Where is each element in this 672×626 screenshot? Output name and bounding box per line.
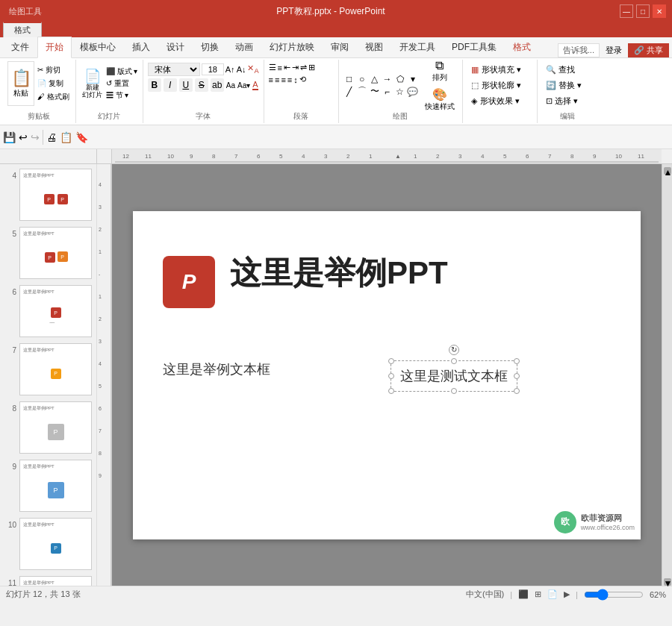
slide-title[interactable]: 这里是举例PPT (230, 252, 448, 294)
slide-thumb-4[interactable]: 4 这里是举例PPT P P (3, 167, 93, 222)
redo-button[interactable]: ↪ (31, 131, 40, 143)
tab-file[interactable]: 文件 (3, 37, 37, 57)
handle-middle-right[interactable] (514, 373, 520, 379)
tab-home[interactable]: 开始 (37, 37, 72, 58)
tell-me-input[interactable]: 告诉我... (558, 43, 600, 57)
undo-button[interactable]: ↩ (19, 131, 28, 143)
callout-shape[interactable]: 💬 (407, 86, 419, 98)
align-center-button[interactable]: ≡ (275, 75, 279, 84)
tab-transitions[interactable]: 切换 (193, 37, 227, 57)
handle-middle-left[interactable] (388, 373, 394, 379)
slide-thumb-9[interactable]: 9 这里是举例PPT P (3, 458, 93, 513)
slide-textbox2-selected[interactable]: ↻ 这里是测试文本框 (391, 360, 517, 392)
reading-view-button[interactable]: 📄 (547, 589, 558, 599)
format-painter-button[interactable]: 🖌 格式刷 (36, 91, 71, 103)
shape-effects-button[interactable]: ◈ 形状效果 ▾ (467, 94, 525, 108)
window-controls[interactable]: — □ ✕ (620, 4, 666, 18)
font-color-button[interactable]: A (252, 80, 258, 90)
copy-button[interactable]: 📄 复制 (36, 78, 71, 90)
close-button[interactable]: ✕ (653, 4, 666, 18)
increase-indent-button[interactable]: ⇥ (292, 63, 299, 72)
new-slide-button[interactable]: 📄 新建幻灯片 (81, 63, 105, 104)
font-spacing-button[interactable]: Aa (226, 81, 235, 90)
rotate-handle[interactable]: ↻ (449, 345, 459, 355)
zoom-slider[interactable] (584, 589, 644, 601)
tab-format[interactable]: 格式 (505, 37, 539, 57)
arc-shape[interactable]: ⌒ (356, 86, 368, 98)
triangle-shape[interactable]: △ (369, 73, 381, 85)
right-scrollbar[interactable]: ▲ ▼ (662, 164, 672, 586)
paste-button[interactable]: 📋 粘贴 (7, 61, 34, 106)
star-shape[interactable]: ☆ (394, 86, 406, 98)
login-button[interactable]: 登录 (606, 45, 622, 56)
tab-developer[interactable]: 开发工具 (391, 37, 444, 57)
handle-bottom-right[interactable] (514, 388, 520, 394)
pentagon-shape[interactable]: ⬠ (394, 73, 406, 85)
handle-bottom-middle[interactable] (451, 388, 457, 394)
arrow-shape[interactable]: → (382, 73, 393, 85)
rect-shape[interactable]: □ (343, 73, 355, 85)
settings-button[interactable]: 🔖 (75, 131, 88, 143)
select-button[interactable]: ⊡ 选择 ▾ (542, 94, 585, 108)
align-right-button[interactable]: ≡ (281, 75, 285, 84)
quick-styles-button[interactable]: 🎨 快速样式 (422, 86, 458, 113)
slide-thumb-10[interactable]: 10 这里是举例PPT P (3, 516, 93, 572)
shape-outline-button[interactable]: ⬚ 形状轮廓 ▾ (467, 78, 525, 93)
cut-button[interactable]: ✂ 剪切 (36, 64, 71, 76)
clear-format-button[interactable]: ✕A (247, 63, 258, 75)
handle-top-right[interactable] (514, 358, 520, 364)
minimize-button[interactable]: — (620, 4, 633, 18)
tab-review[interactable]: 审阅 (323, 37, 357, 57)
columns-button[interactable]: ⊞ (308, 63, 315, 72)
arrange-button[interactable]: ⧉ 排列 (429, 58, 450, 84)
slide-thumb-7[interactable]: 7 这里是举例PPT P (3, 342, 93, 397)
change-case-button[interactable]: Aa▾ (237, 81, 250, 90)
circle-shape[interactable]: ○ (356, 73, 368, 85)
tab-design[interactable]: 设计 (158, 37, 193, 57)
more-shapes[interactable]: ▾ (407, 73, 419, 85)
tab-pdf[interactable]: PDF工具集 (444, 37, 505, 57)
tab-view[interactable]: 视图 (357, 37, 391, 57)
tab-template[interactable]: 模板中心 (72, 37, 124, 57)
decrease-font-button[interactable]: A↓ (237, 65, 246, 74)
print-button[interactable]: 🖨 (46, 131, 57, 143)
direction-button[interactable]: ⇌ (300, 63, 307, 72)
strikethrough-button[interactable]: S (195, 78, 208, 92)
slide-sorter-button[interactable]: ⊞ (535, 589, 541, 599)
numbered-list-button[interactable]: ≡ (278, 63, 282, 72)
handle-top-middle[interactable] (451, 358, 457, 364)
connector-shape[interactable]: ⌐ (382, 86, 393, 98)
bold-button[interactable]: B (148, 78, 161, 92)
font-name-select[interactable]: 宋体 (148, 63, 200, 76)
tab-slideshow[interactable]: 幻灯片放映 (261, 37, 323, 57)
align-left-button[interactable]: ≡ (269, 75, 273, 84)
share-button[interactable]: 🔗 共享 (628, 43, 669, 57)
slide-thumb-5[interactable]: 5 这里是举例PPT P P (3, 225, 93, 281)
text-direction-button[interactable]: ⟲ (299, 75, 306, 84)
layout-button[interactable]: ⬛ 版式 ▾ (106, 66, 138, 77)
handle-bottom-left[interactable] (388, 388, 394, 394)
slideshow-button[interactable]: ▶ (564, 589, 570, 599)
slide-thumb-8[interactable]: 8 这里是举例PPT P (3, 400, 93, 455)
justify-button[interactable]: ≡ (287, 75, 292, 84)
save-button[interactable]: 💾 (3, 131, 16, 143)
line-spacing-button[interactable]: ↕ (293, 75, 298, 84)
find-button[interactable]: 🔍 查找 (542, 63, 585, 77)
shape-fill-button[interactable]: ▦ 形状填充 ▾ (467, 63, 525, 77)
font-size-input[interactable] (202, 63, 224, 75)
reset-button[interactable]: ↺ 重置 (106, 78, 138, 89)
handle-top-left[interactable] (388, 358, 394, 364)
normal-view-button[interactable]: ⬛ (518, 589, 529, 599)
maximize-button[interactable]: □ (636, 4, 650, 18)
bullets-button[interactable]: ☰ (269, 63, 276, 72)
replace-button[interactable]: 🔄 替换 ▾ (542, 78, 585, 93)
slide-thumb-11[interactable]: 11 这里是举例PPT ★ ★ ★ (3, 575, 93, 586)
section-button[interactable]: ☰ 节 ▾ (106, 90, 138, 101)
freeform-shape[interactable]: 〜 (369, 86, 381, 98)
decrease-indent-button[interactable]: ⇤ (284, 63, 290, 72)
italic-button[interactable]: I (164, 78, 177, 92)
scroll-down-button[interactable]: ▼ (664, 578, 671, 586)
shadow-button[interactable]: ab (211, 78, 224, 92)
underline-button[interactable]: U (179, 78, 193, 92)
tab-insert[interactable]: 插入 (124, 37, 158, 57)
